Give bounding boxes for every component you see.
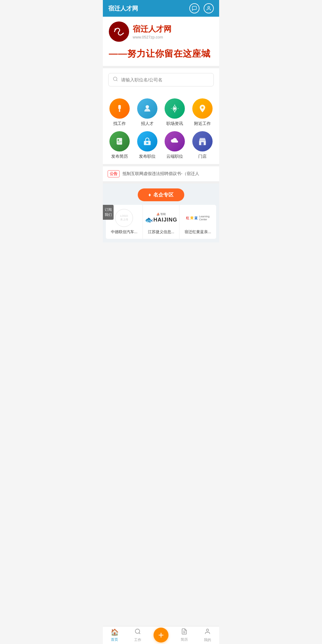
zhongde-name: 中德联信汽车... [111, 229, 137, 235]
company-cards-container: 订阅 我们 LOGO未上传 中德联信汽车... ⛵ 智能 [103, 205, 219, 239]
famous-zone-button[interactable]: ♦ 名企专区 [138, 188, 185, 201]
svg-rect-14 [117, 138, 122, 145]
svg-point-13 [201, 106, 203, 109]
announcement-badge: 公告 [108, 170, 120, 177]
svg-rect-23 [199, 139, 205, 140]
post-resume-label: 发布简历 [111, 154, 128, 159]
famous-section: ♦ 名企专区 订阅 我们 LOGO未上传 中德联信汽车... [103, 181, 219, 242]
profile-icon[interactable] [204, 3, 214, 13]
search-section [103, 66, 219, 92]
subscribe-line1: 订阅 [105, 207, 112, 212]
famous-btn-icon: ♦ [148, 192, 151, 198]
ryb-y-text: 黄 [190, 216, 193, 220]
banner-logo-row: 宿迁人才网 www.0527zp.com [109, 21, 213, 42]
svg-rect-18 [117, 138, 117, 144]
haijing-logo-box: ⛵ 智能 🐟 HAIJING [149, 209, 173, 227]
find-job-icon-circle [109, 98, 130, 119]
haijing-top: ⛵ 智能 [156, 212, 166, 216]
haijing-brand-text: HAIJING [154, 217, 177, 223]
svg-point-2 [114, 28, 116, 30]
svg-point-15 [117, 139, 119, 141]
subscribe-tag[interactable]: 订阅 我们 [103, 205, 114, 220]
svg-point-10 [174, 112, 175, 113]
logo-url: www.0527zp.com [133, 35, 171, 39]
search-icon [113, 76, 118, 83]
ryb-name: 宿迁红黄蓝亲... [185, 229, 211, 235]
company-card-ryb[interactable]: 红 黄 蓝 Learning Center 宿迁红黄蓝亲... [179, 205, 216, 239]
svg-rect-20 [146, 142, 148, 144]
svg-rect-16 [117, 142, 122, 142]
ryb-b-text: 蓝 [194, 216, 198, 220]
svg-point-11 [171, 108, 172, 109]
icon-workplace[interactable]: 职场资讯 [161, 98, 189, 126]
cloud-job-icon-circle [165, 131, 185, 151]
header: 宿迁人才网 [103, 0, 219, 17]
zhongde-logo-placeholder: LOGO未上传 [115, 209, 133, 227]
zhongde-logo-box: LOGO未上传 [112, 209, 136, 227]
recruit-icon-circle [137, 98, 157, 119]
icon-post-resume[interactable]: 发布简历 [106, 131, 134, 159]
banner-section: 宿迁人才网 www.0527zp.com ——努力让你留在这座城 [103, 17, 219, 66]
icon-store[interactable]: 门店 [189, 131, 216, 159]
svg-point-9 [174, 104, 175, 105]
store-label: 门店 [198, 154, 207, 159]
header-title: 宿迁人才网 [108, 4, 138, 13]
haijing-fish-icon: 🐟 [145, 216, 153, 224]
icon-post-job[interactable]: 发布职位 [134, 131, 161, 159]
ryb-sub: Learning Center [199, 215, 210, 221]
nearby-icon-circle [192, 98, 213, 119]
haijing-logo: ⛵ 智能 🐟 HAIJING [145, 212, 177, 224]
svg-rect-17 [117, 143, 120, 143]
header-icons [189, 3, 214, 13]
ryb-logo: 红 黄 蓝 Learning Center [186, 215, 210, 221]
subscribe-line2: 我们 [105, 212, 112, 217]
logo-main-text: 宿迁人才网 [133, 24, 171, 34]
logo-text: 宿迁人才网 www.0527zp.com [133, 24, 171, 39]
ryb-logo-box: 红 黄 蓝 Learning Center [186, 209, 210, 227]
svg-point-7 [145, 105, 149, 109]
search-bar[interactable] [108, 73, 214, 86]
search-input[interactable] [121, 77, 209, 82]
announcement-bar[interactable]: 公告 抵制互联网虚假违法招聘倡议书-（宿迁人 [103, 164, 219, 181]
svg-point-12 [178, 108, 179, 109]
svg-point-8 [174, 107, 176, 110]
company-card-haijing[interactable]: ⛵ 智能 🐟 HAIJING 江苏捷义信息... [143, 205, 180, 239]
post-job-label: 发布职位 [139, 154, 156, 159]
svg-point-0 [208, 6, 210, 8]
nearby-label: 附近工作 [194, 121, 211, 126]
icon-nearby[interactable]: 附近工作 [189, 98, 216, 126]
cloud-job-label: 云端职位 [166, 154, 183, 159]
company-cards-row: LOGO未上传 中德联信汽车... ⛵ 智能 🐟 HAIJING [106, 205, 216, 239]
banner-slogan: ——努力让你留在这座城 [109, 46, 213, 63]
haijing-brand-row: 🐟 HAIJING [145, 216, 177, 224]
recruit-label: 招人才 [141, 121, 154, 126]
find-job-label: 找工作 [113, 121, 126, 126]
quick-icons-section: 找工作 招人才 职场资讯 [103, 92, 219, 164]
svg-rect-6 [119, 109, 120, 112]
haijing-name: 江苏捷义信息... [148, 229, 174, 235]
svg-point-3 [113, 77, 117, 80]
message-icon[interactable] [189, 3, 199, 13]
svg-rect-22 [201, 142, 204, 145]
workplace-icon-circle [165, 98, 185, 119]
announcement-text: 抵制互联网虚假违法招聘倡议书-（宿迁人 [123, 171, 199, 177]
icon-find-job[interactable]: 找工作 [106, 98, 134, 126]
icon-recruit[interactable]: 招人才 [134, 98, 161, 126]
site-logo [109, 21, 129, 42]
famous-btn-label: 名企专区 [153, 191, 174, 198]
famous-header: ♦ 名企专区 [103, 184, 219, 205]
post-job-icon-circle [137, 131, 157, 151]
post-resume-icon-circle [109, 131, 130, 151]
icon-cloud-job[interactable]: 云端职位 [161, 131, 189, 159]
workplace-label: 职场资讯 [166, 121, 183, 126]
icons-grid: 找工作 招人才 职场资讯 [106, 98, 216, 159]
store-icon-circle [192, 131, 213, 151]
ryb-r-text: 红 [186, 216, 189, 220]
